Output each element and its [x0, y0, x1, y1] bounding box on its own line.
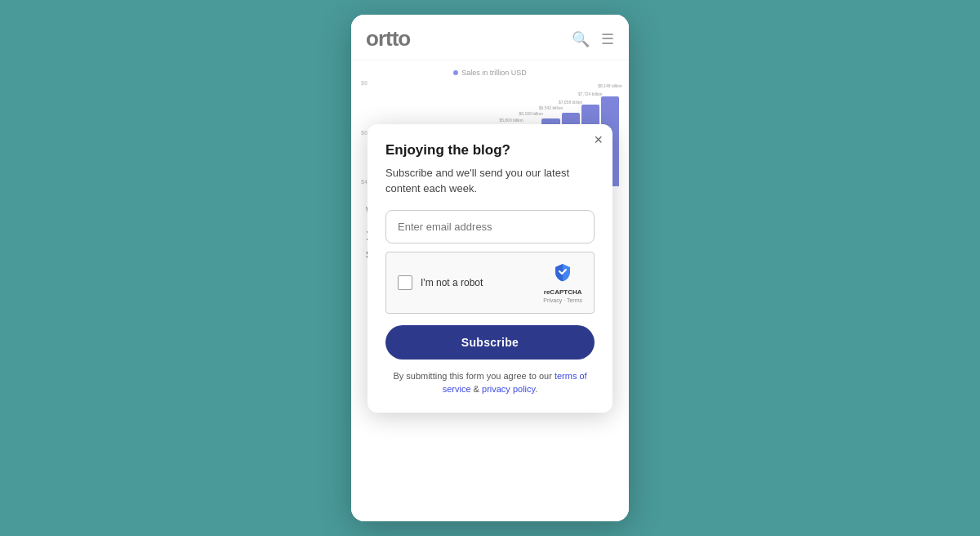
- email-input[interactable]: [385, 210, 595, 243]
- modal-subtitle: Subscribe and we'll send you our latest …: [385, 165, 595, 197]
- subscribe-button[interactable]: Subscribe: [385, 325, 595, 360]
- recaptcha-brand: reCAPTCHA: [544, 288, 582, 296]
- privacy-link[interactable]: privacy policy: [482, 384, 535, 394]
- phone-container: ortto 🔍 ☰ Sales in trillion USD $8 $6 $4…: [351, 15, 629, 521]
- modal-title: Enjoying the blog?: [385, 142, 595, 159]
- recaptcha-logo-area: reCAPTCHA Privacy · Terms: [543, 262, 582, 303]
- modal-overlay: × Enjoying the blog? Subscribe and we'll…: [351, 15, 629, 521]
- ampersand: &: [474, 384, 479, 394]
- modal: × Enjoying the blog? Subscribe and we'll…: [368, 124, 612, 413]
- recaptcha-links: Privacy · Terms: [543, 297, 582, 303]
- recaptcha-label: I'm not a robot: [421, 277, 535, 288]
- modal-footer: By submitting this form you agree to our…: [385, 369, 595, 396]
- recaptcha-checkbox[interactable]: [398, 275, 412, 290]
- recaptcha-icon: [553, 262, 572, 287]
- modal-close-button[interactable]: ×: [594, 132, 603, 147]
- recaptcha-box: I'm not a robot reCAPTCHA Privacy · Term…: [385, 252, 595, 314]
